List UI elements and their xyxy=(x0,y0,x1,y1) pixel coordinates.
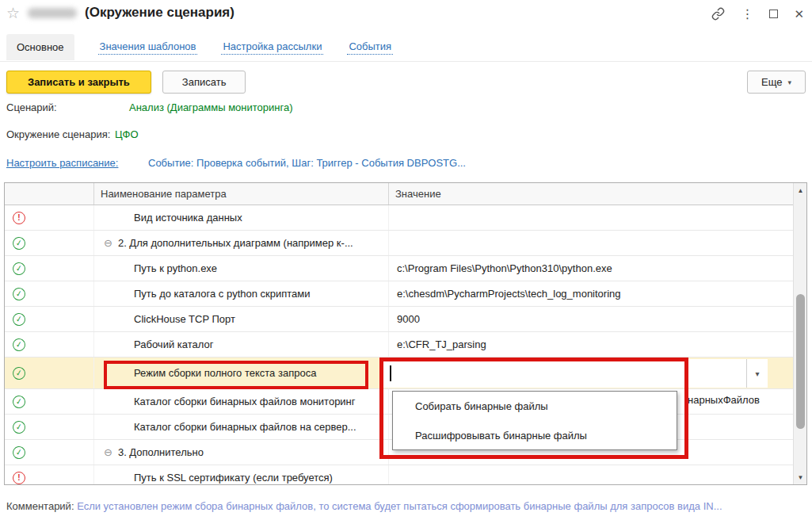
table-row[interactable]: ! Путь к SSL сертификату (если требуется… xyxy=(5,465,793,485)
error-status-icon: ! xyxy=(13,212,25,224)
chevron-down-icon: ▾ xyxy=(787,78,791,86)
schedule-description: Событие: Проверка событий, Шаг: Триггер … xyxy=(148,157,466,169)
tab-main[interactable]: Основное xyxy=(6,34,74,60)
table-row[interactable]: ✓ Путь к python.exe c:\Program Files\Pyt… xyxy=(5,256,793,281)
scenario-value-link[interactable]: Анализ (Диаграммы мониторинга) xyxy=(129,101,293,113)
tab-events[interactable]: События xyxy=(347,33,393,55)
table-row[interactable]: ! Вид источника данных xyxy=(5,205,793,231)
covered-value-fragment: нарныхФайлов xyxy=(688,394,760,406)
page-title: (Окружение сценария) xyxy=(85,5,234,21)
more-button-label: Еще xyxy=(761,76,782,88)
ok-status-icon: ✓ xyxy=(12,312,26,326)
param-name: Путь до каталога с python скриптами xyxy=(94,281,389,306)
table-row[interactable]: ✓ ClickHouse TCP Порт 9000 xyxy=(5,307,793,332)
ok-status-icon: ✓ xyxy=(12,365,26,380)
tab-mailing-settings[interactable]: Настройка рассылки xyxy=(221,33,323,55)
save-button[interactable]: Записать xyxy=(162,71,246,94)
table-header: Наименование параметра Значение xyxy=(5,183,793,205)
dropdown-list: Собирать бинарные файлы Расшифровывать б… xyxy=(392,391,677,450)
ok-status-icon: ✓ xyxy=(12,261,26,275)
group-name: 2. Для дополнительных диаграмм (например… xyxy=(118,237,353,249)
group-name: 3. Дополнительно xyxy=(118,446,204,458)
param-value: 9000 xyxy=(389,313,793,325)
scroll-up-icon[interactable]: ▲ xyxy=(794,185,807,196)
collapse-group-icon[interactable]: ⊖ xyxy=(104,237,112,249)
copy-link-icon[interactable] xyxy=(711,7,725,21)
tab-bar: Основное Значения шаблонов Настройка рас… xyxy=(6,33,393,60)
error-status-icon: ! xyxy=(13,472,25,484)
ok-status-icon: ✓ xyxy=(12,337,26,351)
status-column-header xyxy=(5,183,94,205)
param-value: e:\CFR_TJ_parsing xyxy=(389,338,793,350)
comment-line: Комментарий: Если установлен режим сбора… xyxy=(6,500,722,512)
tab-template-values[interactable]: Значения шаблонов xyxy=(98,33,198,55)
param-value: e:\chesdm\PycharmProjects\tech_log_monit… xyxy=(389,288,793,300)
param-name: ClickHouse TCP Порт xyxy=(94,307,389,331)
ok-status-icon: ✓ xyxy=(12,394,26,408)
name-column-header: Наименование параметра xyxy=(94,183,389,205)
dropdown-option-collect[interactable]: Собирать бинарные файлы xyxy=(393,392,677,421)
scroll-down-icon[interactable]: ▼ xyxy=(794,472,807,483)
text-cursor xyxy=(390,365,391,381)
dropdown-option-decrypt[interactable]: Расшифровывать бинарные файлы xyxy=(393,421,677,450)
configure-schedule-link[interactable]: Настроить расписание: xyxy=(6,157,118,169)
app-window: ☆ (Окружение сценария) ⋮ ✕ Основное Знач… xyxy=(0,0,812,520)
redacted-title-text xyxy=(28,8,77,18)
param-name: Режим сборки полного текста запроса xyxy=(94,358,389,388)
param-name: Каталог сборки бинарных файлов на сервер… xyxy=(94,415,389,439)
ok-status-icon: ✓ xyxy=(12,286,26,300)
scrollbar-thumb[interactable] xyxy=(796,294,805,429)
save-and-close-button[interactable]: Записать и закрыть xyxy=(6,71,151,94)
titlebar: ☆ (Окружение сценария) xyxy=(6,5,234,21)
favorite-star-icon[interactable]: ☆ xyxy=(6,6,20,21)
param-name: Путь к python.exe xyxy=(94,256,389,281)
window-menu-icon[interactable]: ⋮ xyxy=(741,6,753,21)
ok-status-icon: ✓ xyxy=(12,419,26,434)
value-column-header: Значение xyxy=(389,183,793,205)
environment-label: Окружение сценария: xyxy=(6,128,110,140)
param-value: c:\Program Files\Python\Python310\python… xyxy=(389,262,793,274)
table-row[interactable]: ✓ Рабочий каталог e:\CFR_TJ_parsing xyxy=(5,332,793,358)
param-name: Вид источника данных xyxy=(94,205,389,230)
param-name: Каталог сборки бинарных файлов мониторин… xyxy=(94,389,389,414)
scenario-label: Сценарий: xyxy=(6,101,57,113)
table-row[interactable]: ✓ ⊖2. Для дополнительных диаграмм (напри… xyxy=(5,231,793,256)
maximize-icon[interactable] xyxy=(769,10,778,18)
environment-value-link[interactable]: ЦФО xyxy=(115,128,139,140)
comment-text: Если установлен режим сбора бинарных фай… xyxy=(77,500,722,512)
parameters-table: Наименование параметра Значение ! Вид ис… xyxy=(4,182,807,485)
comment-label: Комментарий: xyxy=(6,500,74,512)
param-name: Путь к SSL сертификату (если требуется) xyxy=(94,465,389,485)
vertical-scrollbar[interactable]: ▲ ▼ xyxy=(793,183,806,484)
tabs-separator xyxy=(0,61,812,62)
close-icon[interactable]: ✕ xyxy=(794,7,804,21)
value-edit-input[interactable] xyxy=(383,359,746,388)
ok-status-icon: ✓ xyxy=(12,445,26,459)
more-button[interactable]: Еще ▾ xyxy=(747,71,806,94)
dropdown-open-button[interactable]: ▾ xyxy=(746,359,768,388)
table-row[interactable]: ✓ Путь до каталога с python скриптами e:… xyxy=(5,281,793,307)
ok-status-icon: ✓ xyxy=(12,235,26,250)
param-name: Рабочий каталог xyxy=(94,332,389,357)
collapse-group-icon[interactable]: ⊖ xyxy=(104,446,112,458)
